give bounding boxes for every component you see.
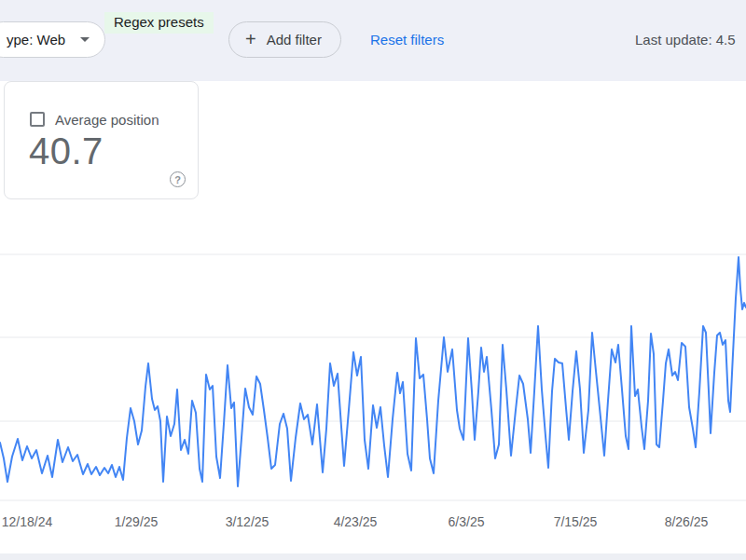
x-axis-tick-label: 12/18/24: [2, 514, 53, 529]
x-axis-tick-label: 4/23/25: [334, 514, 378, 529]
x-axis-tick-label: 1/29/25: [115, 514, 159, 529]
reset-filters-link[interactable]: Reset filters: [370, 32, 444, 48]
average-position-card[interactable]: Average position 40.7 ?: [4, 81, 199, 199]
x-axis-tick-label: 3/12/25: [226, 514, 269, 529]
regex-presets-badge[interactable]: Regex presets: [104, 12, 214, 34]
metric-label: Average position: [55, 112, 159, 128]
chevron-down-icon: [80, 37, 90, 42]
x-axis-tick-label: 6/3/25: [449, 514, 485, 529]
filter-toolbar: ype: Web Regex presets + Add filter Rese…: [0, 0, 746, 81]
x-axis-tick-label: 8/26/25: [665, 514, 709, 529]
add-filter-label: Add filter: [267, 32, 322, 48]
trend-line: [0, 257, 746, 486]
metric-value: 40.7: [29, 131, 104, 171]
bottom-section-edge: [0, 553, 746, 560]
x-axis-tick-label: 7/15/25: [554, 514, 598, 529]
average-position-checkbox[interactable]: [30, 112, 45, 127]
search-performance-screen: 12/18/241/29/253/12/254/23/256/3/257/15/…: [0, 0, 746, 560]
plus-icon: +: [245, 30, 256, 48]
help-icon[interactable]: ?: [170, 171, 186, 187]
search-type-filter-chip[interactable]: ype: Web: [0, 21, 105, 58]
last-update-text: Last update: 4.5: [635, 32, 736, 48]
search-type-chip-label: ype: Web: [7, 32, 65, 48]
add-filter-button[interactable]: + Add filter: [228, 21, 341, 58]
